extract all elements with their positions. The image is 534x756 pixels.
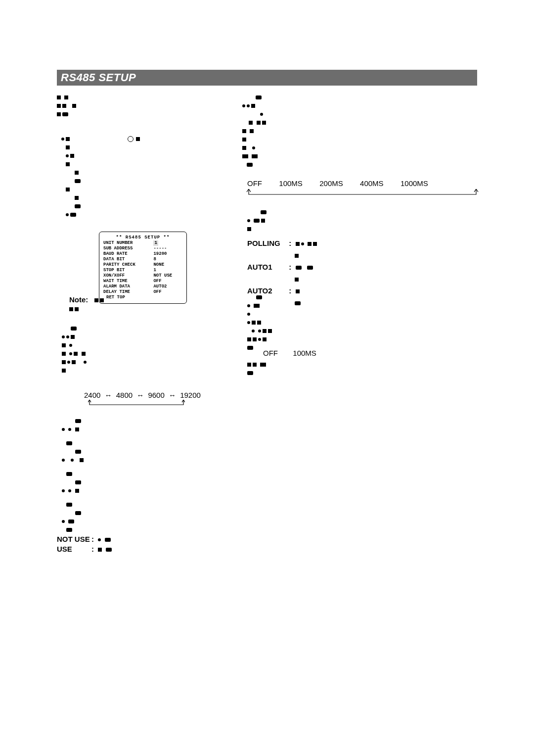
delay-block bbox=[247, 292, 273, 352]
lr-arrow-icon: ↔ bbox=[167, 391, 178, 399]
baud-9600: 9600 bbox=[148, 391, 164, 399]
osd-footer: RET TOP bbox=[103, 295, 182, 300]
lr-arrow-icon: ↔ bbox=[103, 391, 114, 399]
page: RS485 SETUP ** RS485 SETUP ** UNI bbox=[0, 0, 534, 756]
baud-rate-options: 2400 ↔ 4800 ↔ 9600 ↔ 19200 bbox=[84, 391, 201, 399]
osd-row: PARITY CHECKNONE bbox=[103, 262, 182, 268]
osd-row: WAIT TIMEOFF bbox=[103, 279, 182, 284]
left-lower-block bbox=[62, 416, 85, 534]
wait-200ms: 200MS bbox=[319, 179, 343, 188]
osd-row: DELAY TIMEOFF bbox=[103, 289, 182, 295]
osd-table: UNIT NUMBER1SUB ADDRESS-----BAUD RATE192… bbox=[103, 240, 182, 295]
osd-row: UNIT NUMBER1 bbox=[103, 240, 182, 246]
baud-block bbox=[62, 323, 88, 375]
baud-2400: 2400 bbox=[84, 391, 100, 399]
delay-time-options: OFF 100MS bbox=[263, 349, 316, 357]
wrap-bracket-icon bbox=[88, 400, 185, 407]
osd-header: ** RS485 SETUP ** bbox=[103, 235, 182, 240]
xonxoff-options: NOT USE: USE: bbox=[57, 534, 113, 554]
wrap-bracket-icon bbox=[246, 189, 479, 197]
baud-4800: 4800 bbox=[116, 391, 133, 399]
right-column bbox=[242, 92, 480, 169]
delay-100ms: 100MS bbox=[293, 349, 316, 357]
lr-arrow-icon: ↔ bbox=[134, 391, 146, 399]
wait-time-options: OFF 100MS 200MS 400MS 1000MS bbox=[247, 179, 428, 188]
section-title: RS485 SETUP bbox=[57, 70, 477, 86]
alarm-polling-label: POLLING bbox=[247, 236, 287, 250]
osd-row: STOP BIT1 bbox=[103, 268, 182, 273]
wait-400ms: 400MS bbox=[360, 179, 384, 188]
osd-row: ALARM DATAAUTO2 bbox=[103, 284, 182, 289]
osd-row: DATA BIT8 bbox=[103, 257, 182, 262]
note-label: Note: bbox=[69, 295, 105, 314]
xonxoff-use-label: USE bbox=[57, 544, 91, 554]
osd-screen: ** RS485 SETUP ** UNIT NUMBER1SUB ADDRES… bbox=[99, 232, 187, 304]
delay-off: OFF bbox=[263, 349, 278, 357]
baud-19200: 19200 bbox=[180, 391, 201, 399]
xonxoff-notuse-label: NOT USE bbox=[57, 534, 91, 544]
osd-row: BAUD RATE19200 bbox=[103, 251, 182, 257]
alarm-auto1-label: AUTO1 bbox=[247, 260, 287, 274]
osd-row: XON/XOFFNOT USE bbox=[103, 273, 182, 279]
wait-off: OFF bbox=[247, 179, 262, 188]
wait-1000ms: 1000MS bbox=[400, 179, 428, 188]
wait-100ms: 100MS bbox=[279, 179, 303, 188]
delay-trail bbox=[247, 359, 267, 378]
alarm-block bbox=[247, 207, 268, 234]
osd-row: SUB ADDRESS----- bbox=[103, 246, 182, 251]
left-column bbox=[57, 92, 245, 219]
